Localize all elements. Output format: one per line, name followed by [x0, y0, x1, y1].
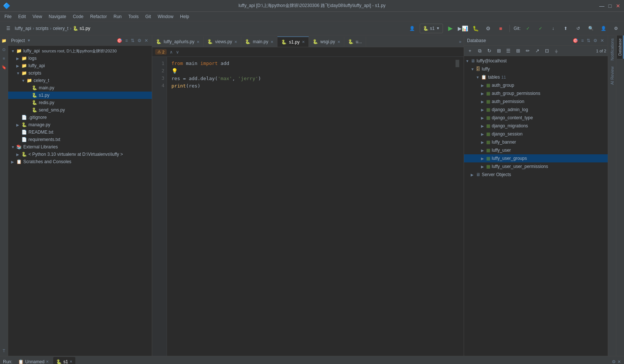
db-edit-btn[interactable]: ✏ [523, 47, 532, 55]
toolbar-icon-btn[interactable]: ☰ [3, 23, 13, 34]
tab-close-s1[interactable]: ✕ [302, 40, 305, 44]
notifications-icon[interactable]: Notifications [609, 35, 615, 63]
tree-item-redis-py[interactable]: ▶ 🐍 redis.py [8, 99, 152, 106]
ai-review-icon[interactable]: AI Review [609, 63, 615, 88]
db-item-auth-group-perm[interactable]: ▶ ▦ auth_group_permissions [464, 89, 608, 97]
minimize-button[interactable]: — [599, 3, 605, 9]
bottom-tab-s1[interactable]: 🐍 s1 ✕ [53, 357, 75, 364]
bottom-settings-icon[interactable]: ⚙ [612, 359, 616, 364]
tree-item-scratches[interactable]: ▶ 📋 Scratches and Consoles [8, 158, 152, 165]
profile-btn[interactable]: 👤 [598, 23, 608, 34]
db-item-luffy-db[interactable]: ▼ 🗄 luffy [464, 65, 608, 73]
close-button[interactable]: ✕ [615, 3, 621, 9]
tree-item-main-py[interactable]: ▶ 🐍 main.py [8, 84, 152, 92]
tab-close-main[interactable]: ✕ [270, 40, 273, 44]
db-item-tables[interactable]: ▼ 📋 tables 11 [464, 73, 608, 81]
bottom-tab-unnamed[interactable]: 📋 Unnamed ✕ [15, 357, 52, 364]
warning-nav-down[interactable]: ∨ [176, 49, 179, 55]
tab-views-py[interactable]: 🐍 views.py ✕ [204, 37, 241, 47]
tab-u[interactable]: 🐍 u... [344, 37, 366, 47]
commit-icon[interactable]: ⊙ [0, 46, 8, 53]
git-push-btn[interactable]: ⬆ [560, 23, 571, 34]
git-check-btn[interactable]: ✓ [523, 23, 533, 34]
database-tab-label[interactable]: Database [617, 35, 624, 59]
tree-item-gitignore[interactable]: ▶ 📄 .gitignore [8, 114, 152, 121]
db-close-icon[interactable]: ✕ [600, 37, 605, 44]
db-gear-icon[interactable]: ⚙ [593, 37, 598, 44]
breadcrumb-celery_t[interactable]: celery_t [53, 26, 68, 31]
scope-icon[interactable]: 🎯 [116, 37, 123, 44]
menu-help[interactable]: Help [177, 13, 192, 20]
run-with-coverage-btn[interactable]: ▶📊 [458, 23, 468, 34]
bottom-tab-s1-close[interactable]: ✕ [69, 360, 72, 364]
db-funnel-btn[interactable]: ⏚ [552, 47, 561, 55]
tree-item-python-venv[interactable]: ▶ 🐍 < Python 3.10 virtualenv at D:\Virtu… [8, 151, 152, 158]
menu-navigate[interactable]: Navigate [46, 13, 69, 20]
structure-icon[interactable]: ≡ [0, 55, 8, 62]
tree-item-external-libs[interactable]: ▼ 📚 External Libraries [8, 143, 152, 151]
code-content[interactable]: from main import add 💡 res = add.delay('… [167, 57, 464, 356]
tree-item-readme[interactable]: ▶ 📄 README.txt [8, 128, 152, 136]
db-item-luffy-user-user-perm[interactable]: ▶ ▦ luffy_user_user_permissions [464, 162, 608, 171]
close-panel-icon[interactable]: ✕ [144, 37, 149, 44]
breadcrumb-root[interactable]: luffy_api [15, 26, 31, 31]
db-collapse-icon[interactable]: ≡ [580, 37, 584, 44]
tab-close-views[interactable]: ✕ [234, 40, 237, 44]
db-item-django-admin-log[interactable]: ▶ ▦ django_admin_log [464, 106, 608, 114]
toolbar-vcs-btn[interactable]: 👤 [407, 23, 417, 34]
db-item-luffy-user-groups[interactable]: ▶ ▦ luffy_user_groups [464, 154, 608, 162]
db-item-django-session[interactable]: ▶ ▦ django_session [464, 130, 608, 138]
db-list-btn[interactable]: ☰ [504, 47, 513, 55]
git-update-btn[interactable]: ↓ [548, 23, 558, 34]
project-icon[interactable]: 📁 [0, 37, 8, 44]
menu-refactor[interactable]: Refactor [87, 13, 110, 20]
db-filter-btn[interactable]: ⊞ [494, 47, 503, 55]
settings-btn[interactable]: ⚙ [611, 23, 621, 34]
db-item-luffy-user[interactable]: ▶ ▦ luffy_user [464, 146, 608, 154]
db-sort-icon[interactable]: ⇅ [586, 37, 591, 44]
warning-badge[interactable]: ⚠ 2 [155, 49, 167, 55]
breadcrumb-s1[interactable]: 🐍 s1.py [73, 26, 90, 31]
todo-icon[interactable]: T [0, 347, 8, 354]
tab-urls-py[interactable]: 🐍 luffy_api\urls.py ✕ [152, 37, 204, 47]
db-refresh-btn[interactable]: ↻ [485, 47, 494, 55]
maximize-button[interactable]: □ [607, 3, 613, 9]
db-add-btn[interactable]: + [466, 47, 474, 55]
db-item-luffy-banner[interactable]: ▶ ▦ luffy_banner [464, 138, 608, 146]
menu-code[interactable]: Code [70, 13, 86, 20]
db-item-django-migrations[interactable]: ▶ ▦ django_migrations [464, 122, 608, 130]
menu-file[interactable]: File [1, 13, 14, 20]
tab-more-btn[interactable]: » [457, 37, 464, 47]
tree-item-requirements[interactable]: ▶ 📄 requirements.txt [8, 136, 152, 143]
undo-btn[interactable]: ↺ [573, 23, 583, 34]
db-jump-btn[interactable]: ↗ [533, 47, 542, 55]
menu-window[interactable]: Window [155, 13, 177, 20]
db-copy-btn[interactable]: ⧉ [475, 47, 484, 55]
run-config-selector[interactable]: 🐍 s1 ▼ [420, 24, 443, 33]
db-item-auth-perm[interactable]: ▶ ▦ auth_permission [464, 97, 608, 106]
bookmarks-icon[interactable]: 🔖 [0, 63, 8, 71]
sort-icon[interactable]: ⇅ [130, 37, 135, 44]
tab-s1-py[interactable]: 🐍 s1.py ✕ [277, 37, 309, 47]
db-table-btn[interactable]: ⊞ [514, 47, 522, 55]
db-scope-icon[interactable]: 🎯 [572, 37, 579, 44]
db-item-server-objects[interactable]: ▶ 🖥 Server Objects [464, 171, 608, 179]
gear-icon[interactable]: ⚙ [137, 37, 142, 44]
menu-tools[interactable]: Tools [125, 13, 141, 20]
search-btn[interactable]: 🔍 [586, 23, 596, 34]
stop-button[interactable]: ■ [495, 23, 506, 34]
menu-view[interactable]: View [30, 13, 45, 20]
tree-item-s1-py[interactable]: ▶ 🐍 s1.py [8, 92, 152, 99]
db-item-django-content-type[interactable]: ▶ ▦ django_content_type [464, 114, 608, 122]
bottom-tab-unnamed-close[interactable]: ✕ [46, 360, 49, 364]
menu-edit[interactable]: Edit [15, 13, 29, 20]
tree-item-root[interactable]: ▼ 📁 luffy_api sources root, D:\上海python金… [8, 47, 152, 55]
tree-item-scripts[interactable]: ▼ 📁 scripts [8, 69, 152, 77]
bottom-close-icon[interactable]: ✕ [617, 359, 621, 364]
tab-close-urls[interactable]: ✕ [197, 40, 200, 44]
tree-item-celery-t[interactable]: ▼ 📁 celery_t [8, 77, 152, 84]
tab-main-py[interactable]: 🐍 main.py ✕ [241, 37, 277, 47]
git-check2-btn[interactable]: ✓ [535, 23, 546, 34]
tree-item-manage-py[interactable]: ▶ 🐍 manage.py [8, 121, 152, 128]
tab-wsgi-py[interactable]: 🐍 wsgi.py ✕ [309, 37, 344, 47]
